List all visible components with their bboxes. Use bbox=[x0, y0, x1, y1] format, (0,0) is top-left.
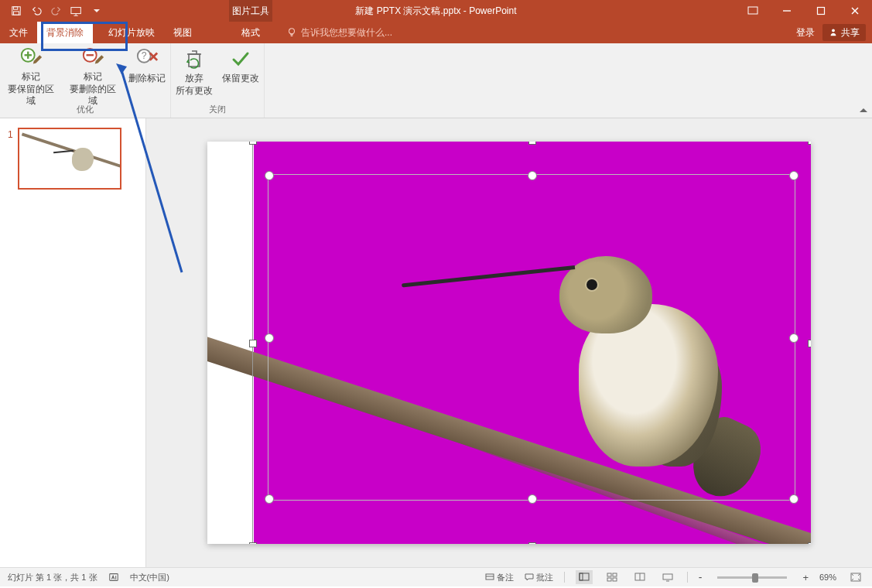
svg-rect-28 bbox=[613, 573, 617, 576]
slide-canvas bbox=[207, 142, 811, 544]
svg-point-9 bbox=[289, 29, 295, 34]
account-area: 登录 共享 bbox=[796, 24, 872, 41]
title-bar: 图片工具 新建 PPTX 演示文稿.pptx - PowerPoint bbox=[0, 0, 872, 22]
redo-icon[interactable] bbox=[48, 2, 65, 19]
svg-rect-25 bbox=[580, 573, 589, 580]
marquee-handle[interactable] bbox=[789, 171, 798, 180]
share-icon bbox=[829, 28, 838, 37]
discard-l2: 所有更改 bbox=[176, 85, 213, 97]
tab-view[interactable]: 视图 bbox=[164, 22, 201, 43]
tell-me-search[interactable]: 告诉我您想要做什么... bbox=[286, 22, 392, 43]
fit-to-window-icon[interactable] bbox=[847, 570, 864, 584]
resize-handle[interactable] bbox=[808, 542, 811, 544]
slide-thumbnail-preview bbox=[18, 128, 121, 190]
separator bbox=[564, 572, 565, 583]
svg-rect-2 bbox=[14, 12, 19, 15]
tab-slideshow[interactable]: 幻灯片放映 bbox=[93, 22, 164, 43]
discard-l1: 放弃 bbox=[185, 73, 203, 85]
marquee-handle[interactable] bbox=[265, 171, 274, 180]
mark-keep-area-button[interactable]: 标记 要保留的区域 bbox=[0, 43, 62, 104]
lightbulb-icon bbox=[286, 27, 297, 38]
collapse-ribbon-icon[interactable] bbox=[860, 107, 867, 115]
resize-handle[interactable] bbox=[249, 542, 257, 544]
marquee-handle[interactable] bbox=[528, 171, 537, 180]
minimize-icon[interactable] bbox=[770, 0, 804, 22]
reading-view-icon[interactable] bbox=[631, 570, 648, 584]
undo-icon[interactable] bbox=[28, 2, 45, 19]
ribbon-group-close-label: 关闭 bbox=[209, 104, 226, 118]
resize-handle[interactable] bbox=[249, 340, 257, 347]
sorter-view-icon[interactable] bbox=[604, 570, 621, 584]
svg-rect-6 bbox=[818, 8, 825, 15]
spellcheck-icon[interactable] bbox=[108, 572, 119, 583]
resize-handle[interactable] bbox=[528, 542, 536, 544]
delete-mark-icon: ? bbox=[135, 46, 159, 71]
window-title: 新建 PPTX 演示文稿.pptx - PowerPoint bbox=[355, 5, 516, 18]
zoom-percent[interactable]: 69% bbox=[819, 573, 836, 582]
marquee-handle[interactable] bbox=[528, 494, 537, 504]
ribbon-display-options-icon[interactable] bbox=[736, 0, 770, 22]
mark-keep-l1: 标记 bbox=[22, 71, 40, 84]
marquee-handle[interactable] bbox=[789, 333, 798, 343]
minus-pencil-icon bbox=[81, 46, 104, 70]
share-label: 共享 bbox=[841, 26, 860, 39]
zoom-out-button[interactable]: - bbox=[699, 571, 703, 583]
quick-access-toolbar bbox=[0, 2, 105, 19]
resize-handle[interactable] bbox=[249, 142, 257, 145]
svg-rect-27 bbox=[607, 573, 611, 576]
slideshow-view-icon[interactable] bbox=[659, 570, 676, 584]
maximize-icon[interactable] bbox=[804, 0, 838, 22]
plus-pencil-icon bbox=[19, 46, 43, 70]
notes-button[interactable]: 备注 bbox=[485, 572, 514, 583]
resize-handle[interactable] bbox=[808, 340, 811, 347]
slide-position-label[interactable]: 幻灯片 第 1 张，共 1 张 bbox=[8, 572, 97, 583]
ribbon-group-refine-label: 优化 bbox=[77, 104, 94, 118]
marquee-handle[interactable] bbox=[265, 494, 274, 504]
thumbnail-pane[interactable]: 1 bbox=[0, 118, 146, 567]
workspace: 1 bbox=[0, 118, 872, 567]
normal-view-icon[interactable] bbox=[576, 570, 593, 584]
zoom-slider[interactable] bbox=[717, 576, 787, 579]
marquee-handle[interactable] bbox=[265, 333, 274, 343]
marquee-handle[interactable] bbox=[789, 494, 798, 504]
close-icon[interactable] bbox=[838, 0, 872, 22]
resize-handle[interactable] bbox=[808, 142, 811, 145]
qat-more-icon[interactable] bbox=[88, 2, 105, 19]
discard-changes-button[interactable]: 放弃 所有更改 bbox=[171, 43, 217, 104]
delete-mark-button[interactable]: ? 删除标记 bbox=[124, 43, 170, 104]
mark-remove-l1: 标记 bbox=[84, 71, 102, 84]
window-controls bbox=[736, 0, 872, 22]
ribbon-group-close: 放弃 所有更改 保留更改 关闭 bbox=[171, 43, 265, 118]
svg-text:?: ? bbox=[142, 50, 147, 61]
mark-remove-area-button[interactable]: 标记 要删除的区域 bbox=[62, 43, 124, 104]
ribbon: 标记 要保留的区域 标记 要删除的区域 ? 删除标记 优化 放弃 所有更改 bbox=[0, 43, 872, 118]
svg-rect-29 bbox=[607, 578, 611, 581]
bg-removal-marquee[interactable] bbox=[268, 174, 795, 501]
delete-mark-label: 删除标记 bbox=[128, 73, 166, 85]
slide-thumbnail-1[interactable]: 1 bbox=[8, 128, 145, 190]
share-button[interactable]: 共享 bbox=[822, 24, 866, 41]
zoom-in-button[interactable]: + bbox=[802, 572, 809, 583]
svg-rect-4 bbox=[748, 7, 757, 14]
svg-rect-26 bbox=[580, 573, 583, 580]
save-icon[interactable] bbox=[8, 2, 25, 19]
tab-file[interactable]: 文件 bbox=[0, 22, 37, 43]
keep-changes-label: 保留更改 bbox=[222, 73, 259, 85]
separator bbox=[687, 572, 688, 583]
tab-background-removal[interactable]: 背景消除 bbox=[37, 22, 93, 43]
slide-number: 1 bbox=[8, 128, 13, 140]
keep-changes-button[interactable]: 保留更改 bbox=[217, 43, 264, 104]
mark-keep-l2: 要保留的区域 bbox=[5, 84, 57, 108]
picture-tools-tab-label: 图片工具 bbox=[229, 0, 272, 22]
resize-handle[interactable] bbox=[528, 142, 536, 145]
svg-rect-33 bbox=[663, 574, 672, 579]
comments-button[interactable]: 批注 bbox=[525, 572, 553, 583]
tab-format[interactable]: 格式 bbox=[229, 22, 272, 43]
signin-link[interactable]: 登录 bbox=[796, 26, 815, 39]
tell-me-placeholder: 告诉我您想要做什么... bbox=[301, 26, 392, 39]
language-label[interactable]: 中文(中国) bbox=[130, 572, 169, 583]
slide-edit-area[interactable] bbox=[146, 118, 872, 567]
svg-rect-1 bbox=[14, 7, 18, 10]
slideshow-start-icon[interactable] bbox=[68, 2, 85, 19]
checkmark-icon bbox=[231, 46, 251, 71]
